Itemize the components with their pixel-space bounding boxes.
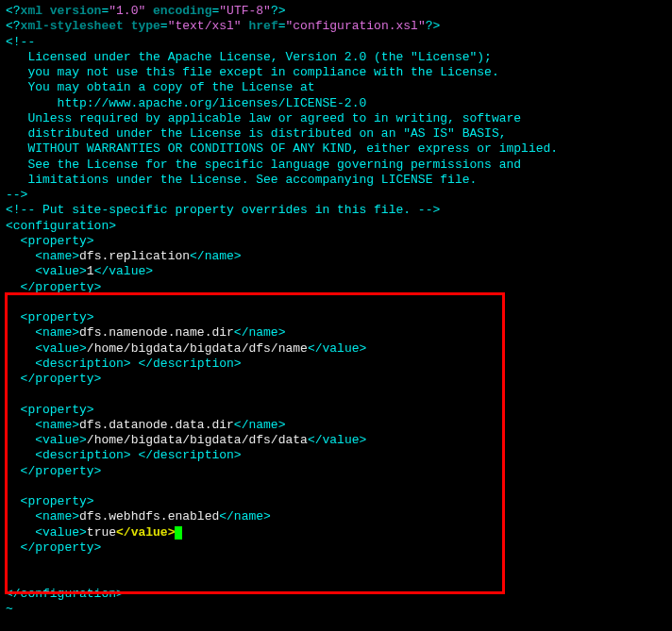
tag-configuration-open: <configuration> (6, 219, 666, 234)
code-line: <description> </description> (6, 448, 666, 463)
code-line: <value>1</value> (6, 264, 666, 279)
code-line: See the License for the specific languag… (6, 158, 666, 173)
code-line: <name>dfs.webhdfs.enabled</name> (6, 509, 666, 524)
blank-line (6, 556, 666, 571)
code-line: <!-- Put site-specific property override… (6, 203, 666, 218)
code-line: Licensed under the Apache License, Versi… (6, 50, 666, 65)
blank-line (6, 295, 666, 310)
code-line: <description> </description> (6, 357, 666, 372)
code-line: <?xml-stylesheet type="text/xsl" href="c… (6, 19, 666, 34)
code-line: </property> (6, 540, 666, 556)
blank-line (6, 479, 666, 494)
code-line: </property> (6, 280, 666, 295)
code-line: <property> (6, 403, 666, 418)
code-line: <value>/home/bigdata/bigdata/dfs/name</v… (6, 341, 666, 357)
code-line: <name>dfs.replication</name> (6, 249, 666, 264)
blank-line (6, 387, 666, 402)
code-line: <!-- (6, 35, 666, 50)
tilde-line: ~ (6, 602, 666, 617)
code-line: --> (6, 188, 666, 203)
blank-line (6, 571, 666, 586)
code-line: limitations under the License. See accom… (6, 173, 666, 188)
code-line: You may obtain a copy of the License at (6, 80, 666, 95)
code-line: <name>dfs.datanode.data.dir</name> (6, 418, 666, 433)
code-line: WITHOUT WARRANTIES OR CONDITIONS OF ANY … (6, 141, 666, 157)
code-line: <name>dfs.namenode.name.dir</name> (6, 325, 666, 340)
code-line: http://www.apache.org/licenses/LICENSE-2… (6, 96, 666, 111)
code-line: <value>/home/bigdata/bigdata/dfs/data</v… (6, 433, 666, 448)
code-line: </property> (6, 372, 666, 387)
code-line: <value>true</value> (6, 525, 666, 540)
code-line: <property> (6, 310, 666, 325)
code-line: <property> (6, 494, 666, 509)
cursor (175, 526, 182, 540)
code-line: you may not use this file except in comp… (6, 65, 666, 80)
code-line: distributed under the License is distrib… (6, 126, 666, 141)
tag-configuration-close: </configuration> (6, 587, 666, 602)
code-line: Unless required by applicable law or agr… (6, 111, 666, 126)
code-line: <property> (6, 234, 666, 249)
code-line: <?xml version="1.0" encoding="UTF-8"?> (6, 4, 666, 19)
code-line: </property> (6, 464, 666, 479)
